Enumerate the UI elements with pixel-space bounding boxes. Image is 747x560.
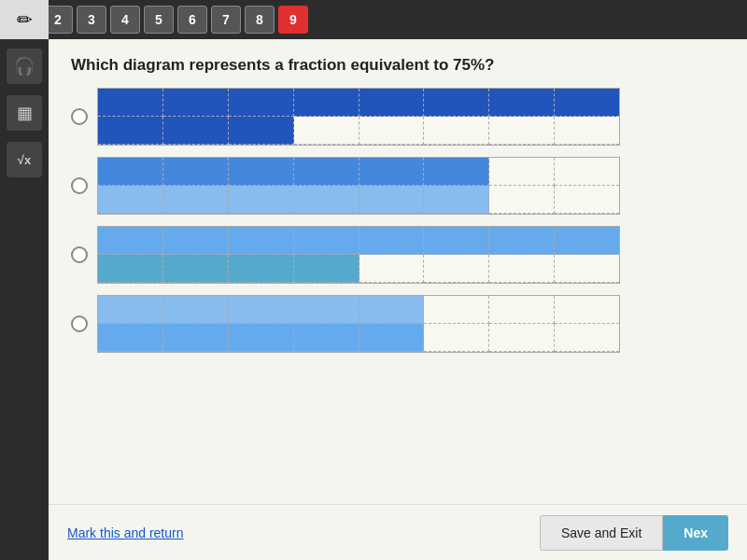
nav-4[interactable]: 4 — [110, 6, 140, 34]
diagram-c[interactable] — [97, 226, 620, 284]
option-d-radio[interactable] — [71, 315, 88, 332]
nav-8[interactable]: 8 — [245, 6, 275, 34]
option-a-radio[interactable] — [71, 108, 88, 125]
option-c-row — [71, 226, 725, 284]
main-content: Which diagram represents a fraction equi… — [49, 39, 747, 504]
nav-6[interactable]: 6 — [177, 6, 207, 34]
bottom-buttons: Save and Exit Nex — [540, 515, 728, 551]
bottom-bar: Mark this and return Save and Exit Nex — [49, 504, 747, 560]
option-c-radio[interactable] — [71, 246, 88, 263]
save-exit-button[interactable]: Save and Exit — [540, 515, 663, 551]
nav-3[interactable]: 3 — [77, 6, 106, 34]
question-text: Which diagram represents a fraction equi… — [71, 56, 725, 75]
mark-return-link[interactable]: Mark this and return — [67, 525, 184, 540]
pencil-icon: ✏ — [0, 0, 49, 39]
formula-icon[interactable]: √x — [7, 142, 42, 177]
headphones-icon[interactable]: 🎧 — [7, 49, 42, 84]
option-b-radio[interactable] — [71, 177, 88, 194]
nav-5[interactable]: 5 — [144, 6, 174, 34]
answer-options — [71, 88, 725, 353]
calculator-icon[interactable]: ▦ — [7, 95, 42, 131]
option-a-row — [71, 88, 725, 146]
nav-9[interactable]: 9 — [278, 6, 308, 34]
option-b-row — [71, 157, 725, 215]
option-d-row — [71, 295, 725, 353]
diagram-b[interactable] — [97, 157, 620, 215]
nav-7[interactable]: 7 — [211, 6, 241, 34]
question-nav: 1 2 3 4 5 6 7 8 9 — [0, 0, 747, 39]
next-button[interactable]: Nex — [663, 515, 728, 551]
sidebar: 🎧 ▦ √x — [0, 39, 49, 560]
diagram-d[interactable] — [97, 295, 620, 353]
diagram-a[interactable] — [97, 88, 620, 146]
